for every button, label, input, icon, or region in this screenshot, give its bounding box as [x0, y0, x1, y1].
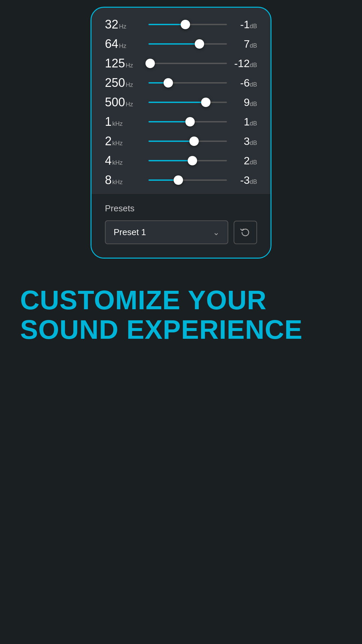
- eq-band-64Hz: 64 Hz 7 dB: [105, 37, 257, 51]
- slider-fill-6: [148, 141, 194, 142]
- slider-wrapper-8[interactable]: [148, 173, 227, 187]
- band-db-unit-2: dB: [250, 62, 257, 69]
- band-db-unit-3: dB: [250, 81, 257, 88]
- slider-wrapper-4[interactable]: [148, 96, 227, 109]
- band-freq-num-5: 1: [105, 116, 112, 128]
- eq-band-250Hz: 250 Hz -6 dB: [105, 76, 257, 90]
- slider-thumb-1[interactable]: [195, 39, 204, 49]
- band-label-5: 1 kHz: [105, 116, 148, 128]
- band-db-0: -1 dB: [227, 18, 257, 31]
- slider-track-3: [148, 82, 227, 84]
- slider-track-1: [148, 43, 227, 45]
- slider-fill-0: [148, 24, 185, 25]
- band-freq-unit-4: Hz: [126, 101, 133, 108]
- band-db-7: 2 dB: [227, 155, 257, 167]
- band-db-3: -6 dB: [227, 77, 257, 89]
- chevron-down-icon: ⌄: [213, 228, 220, 237]
- preset-row: Preset 1 ⌄: [105, 220, 257, 244]
- band-freq-num-4: 500: [105, 96, 125, 108]
- eq-band-1kHz: 1 kHz 1 dB: [105, 115, 257, 128]
- preset-dropdown[interactable]: Preset 1 ⌄: [105, 220, 228, 244]
- band-db-1: 7 dB: [227, 38, 257, 50]
- band-label-1: 64 Hz: [105, 38, 148, 50]
- slider-track-7: [148, 160, 227, 161]
- slider-thumb-3[interactable]: [164, 78, 173, 88]
- band-db-num-1: 7: [244, 38, 250, 50]
- band-db-unit-1: dB: [250, 42, 257, 49]
- phone-container: 32 Hz -1 dB 64 Hz: [90, 0, 272, 259]
- band-db-unit-6: dB: [250, 140, 257, 147]
- band-db-num-8: -3: [240, 174, 250, 186]
- eq-band-500Hz: 500 Hz 9 dB: [105, 96, 257, 109]
- slider-thumb-6[interactable]: [189, 137, 199, 146]
- slider-fill-1: [148, 43, 199, 45]
- slider-wrapper-6[interactable]: [148, 135, 227, 148]
- preset-selected-text: Preset 1: [114, 227, 146, 237]
- band-db-unit-0: dB: [250, 23, 257, 30]
- slider-thumb-7[interactable]: [188, 156, 197, 165]
- eq-band-2kHz: 2 kHz 3 dB: [105, 135, 257, 148]
- headline: CUSTOMIZE YOUR SOUND EXPERIENCE: [20, 285, 342, 344]
- eq-band-4kHz: 4 kHz 2 dB: [105, 154, 257, 167]
- reset-icon: [240, 227, 251, 238]
- band-db-6: 3 dB: [227, 135, 257, 148]
- band-freq-num-1: 64: [105, 38, 118, 50]
- band-db-num-3: -6: [240, 77, 250, 89]
- band-label-4: 500 Hz: [105, 96, 148, 108]
- slider-wrapper-3[interactable]: [148, 76, 227, 90]
- band-freq-num-3: 250: [105, 77, 125, 89]
- headline-line1: CUSTOMIZE YOUR: [20, 285, 342, 315]
- slider-wrapper-0[interactable]: [148, 18, 227, 31]
- slider-track-2: [148, 63, 227, 64]
- band-db-num-0: -1: [240, 18, 250, 31]
- eq-band-8kHz: 8 kHz -3 dB: [105, 173, 257, 187]
- slider-fill-7: [148, 160, 192, 161]
- slider-thumb-0[interactable]: [181, 20, 190, 29]
- band-db-num-4: 9: [244, 96, 250, 109]
- band-freq-unit-8: kHz: [112, 179, 123, 186]
- band-freq-num-8: 8: [105, 174, 112, 186]
- slider-thumb-2[interactable]: [145, 59, 155, 68]
- presets-section: Presets Preset 1 ⌄: [92, 194, 270, 258]
- band-db-4: 9 dB: [227, 96, 257, 109]
- bottom-text: CUSTOMIZE YOUR SOUND EXPERIENCE: [0, 259, 362, 365]
- band-db-num-6: 3: [244, 135, 250, 148]
- eq-section: 32 Hz -1 dB 64 Hz: [105, 18, 257, 187]
- presets-label: Presets: [105, 203, 257, 214]
- band-freq-num-2: 125: [105, 57, 125, 69]
- band-db-num-5: 1: [244, 116, 250, 128]
- band-label-0: 32 Hz: [105, 18, 148, 31]
- band-label-6: 2 kHz: [105, 135, 148, 147]
- band-freq-num-0: 32: [105, 18, 118, 31]
- band-db-unit-4: dB: [250, 101, 257, 108]
- reset-button[interactable]: [234, 221, 257, 244]
- slider-thumb-5[interactable]: [185, 117, 195, 126]
- band-freq-unit-1: Hz: [119, 43, 126, 50]
- band-freq-unit-5: kHz: [112, 120, 123, 127]
- band-freq-unit-0: Hz: [119, 23, 126, 30]
- band-label-2: 125 Hz: [105, 57, 148, 69]
- band-db-unit-5: dB: [250, 120, 257, 127]
- slider-track-6: [148, 141, 227, 142]
- slider-wrapper-5[interactable]: [148, 115, 227, 128]
- slider-fill-4: [148, 102, 206, 103]
- slider-track-0: [148, 24, 227, 25]
- slider-wrapper-7[interactable]: [148, 154, 227, 167]
- slider-wrapper-1[interactable]: [148, 37, 227, 51]
- band-db-8: -3 dB: [227, 174, 257, 186]
- slider-track-8: [148, 179, 227, 181]
- slider-wrapper-2[interactable]: [148, 57, 227, 70]
- slider-thumb-4[interactable]: [201, 98, 210, 107]
- band-freq-unit-3: Hz: [126, 82, 133, 89]
- band-db-num-7: 2: [244, 155, 250, 167]
- eq-band-32Hz: 32 Hz -1 dB: [105, 18, 257, 31]
- band-db-unit-8: dB: [250, 178, 257, 185]
- band-freq-unit-6: kHz: [112, 140, 123, 147]
- band-freq-num-6: 2: [105, 135, 112, 147]
- slider-thumb-8[interactable]: [174, 175, 183, 185]
- band-label-7: 4 kHz: [105, 155, 148, 167]
- band-freq-num-7: 4: [105, 155, 112, 167]
- slider-track-4: [148, 102, 227, 103]
- phone-screen: 32 Hz -1 dB 64 Hz: [90, 7, 272, 259]
- band-freq-unit-2: Hz: [126, 62, 133, 69]
